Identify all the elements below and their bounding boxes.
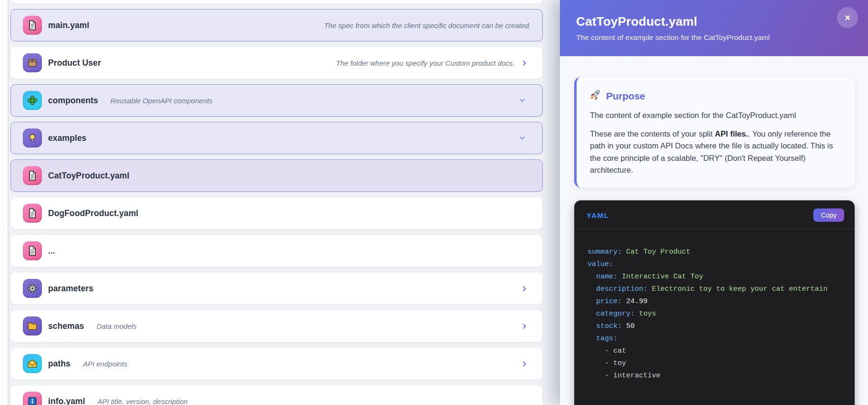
gear-icon	[23, 279, 42, 298]
list-item-annotation: The folder where you specify your Custom…	[336, 59, 515, 67]
list-item-label: main.yaml	[48, 20, 90, 30]
list-item-label: DogFoodProduct.yaml	[48, 208, 139, 218]
lightbulb-icon	[23, 128, 42, 148]
copy-button[interactable]: Copy	[813, 208, 844, 222]
list-item[interactable]: examples	[10, 122, 543, 154]
code-line: name: Interactive Cat Toy	[588, 271, 842, 283]
chevron-right-icon	[520, 285, 528, 292]
list-item-label: paths	[48, 359, 70, 369]
code-line: stock: 50	[588, 320, 842, 333]
code-line: summary: Cat Toy Product	[588, 246, 842, 258]
document-icon	[23, 166, 42, 185]
chevron-down-icon	[519, 134, 526, 142]
code-line: - toy	[588, 357, 842, 370]
list-item[interactable]: CatToyProduct.yaml	[10, 159, 543, 192]
list-item-label: Product User	[48, 58, 101, 68]
code-line: price: 24.99	[588, 296, 842, 308]
list-item-subtitle: API title, version, description	[98, 397, 188, 405]
code-line: - interactive	[588, 370, 842, 382]
purpose-paragraph-2: These are the contents of your split API…	[590, 128, 841, 176]
document-icon	[23, 16, 42, 35]
list-item-label: parameters	[48, 284, 93, 294]
file-list: main.yamlThe spec from which the client …	[10, 0, 543, 405]
list-item-subtitle: API endpoints	[83, 360, 127, 368]
list-item-annotation: The spec from which the client specific …	[324, 21, 531, 30]
chevron-right-icon	[520, 59, 528, 67]
list-item[interactable]: DogFoodProduct.yaml	[10, 197, 543, 229]
list-item[interactable]: schemasData models	[10, 310, 543, 342]
list-item-label: info.yaml	[48, 396, 85, 405]
purpose-paragraph-1: The content of example section for the C…	[590, 109, 841, 121]
list-item-label: components	[48, 96, 98, 106]
code-body: summary: Cat Toy Productvalue: name: Int…	[574, 229, 855, 392]
list-item-label: ...	[48, 246, 55, 256]
purpose-card: Purpose The content of example section f…	[574, 77, 855, 188]
list-item[interactable]: main.yamlThe spec from which the client …	[10, 9, 543, 41]
list-item-label: schemas	[48, 321, 84, 331]
detail-panel: CatToyProduct.yaml The content of exampl…	[560, 0, 868, 405]
code-line: value:	[588, 258, 842, 271]
list-item-subtitle: Data models	[97, 322, 137, 330]
list-item[interactable]: ...	[10, 235, 543, 267]
close-button[interactable]: ×	[837, 7, 858, 28]
close-icon: ×	[845, 12, 850, 23]
list-item[interactable]: info.yamlAPI title, version, description	[10, 385, 543, 405]
purpose-heading: Purpose	[590, 89, 841, 103]
bold-api-files: API files.	[715, 129, 748, 138]
list-item-label: CatToyProduct.yaml	[48, 171, 130, 181]
code-language-label: YAML	[587, 211, 609, 219]
chevron-right-icon	[520, 322, 528, 330]
page-subtitle: The content of example section for the C…	[576, 33, 835, 42]
code-block-header: YAML Copy	[574, 200, 855, 229]
purpose-title: Purpose	[606, 90, 645, 102]
list-item-subtitle: Reusable OpenAPI components	[110, 97, 212, 105]
list-item[interactable]: parameters	[10, 272, 543, 305]
puzzle-icon	[23, 91, 42, 110]
detail-panel-header: CatToyProduct.yaml The content of exampl…	[560, 0, 868, 56]
chevron-right-icon	[520, 360, 528, 367]
document-icon	[23, 204, 42, 223]
yaml-code-block: YAML Copy summary: Cat Toy Productvalue:…	[574, 200, 855, 405]
tree-guide-line	[8, 0, 9, 405]
list-item-partial[interactable]	[10, 0, 543, 4]
list-item[interactable]: pathsAPI endpoints	[10, 347, 543, 380]
document-icon	[23, 241, 42, 260]
chevron-down-icon	[519, 97, 526, 104]
code-line: - cat	[588, 345, 842, 357]
detail-panel-body: Purpose The content of example section f…	[560, 77, 868, 405]
rocket-icon	[590, 89, 601, 103]
info-icon	[23, 392, 42, 405]
list-item[interactable]: componentsReusable OpenAPI components	[10, 84, 543, 117]
code-line: tags:	[588, 333, 842, 345]
page-title: CatToyProduct.yaml	[576, 14, 835, 29]
folder-icon	[23, 316, 42, 336]
left-gutter	[0, 0, 8, 405]
mail-icon	[23, 354, 42, 373]
code-line: description: Electronic toy to keep your…	[588, 283, 842, 296]
list-item-label: examples	[48, 133, 87, 143]
list-item[interactable]: Product UserThe folder where you specify…	[10, 47, 543, 79]
code-line: category: toys	[588, 308, 842, 320]
package-icon	[23, 53, 42, 72]
